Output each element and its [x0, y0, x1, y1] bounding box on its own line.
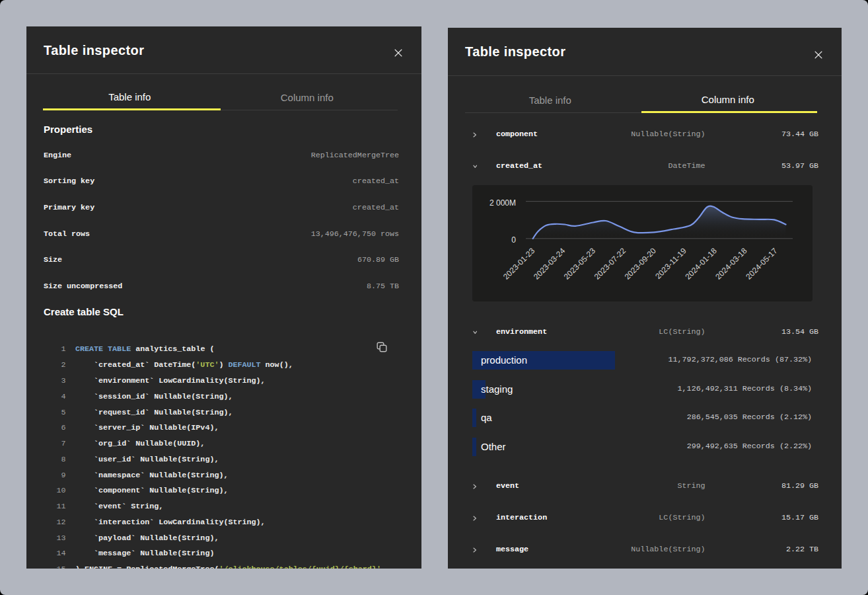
svg-text:2023-03-24: 2023-03-24 [532, 246, 567, 282]
svg-text:2023-01-23: 2023-01-23 [501, 246, 537, 282]
svg-text:2024-03-18: 2024-03-18 [713, 246, 749, 282]
svg-text:2024-01-18: 2024-01-18 [683, 246, 719, 282]
svg-text:2023-11-19: 2023-11-19 [653, 246, 688, 281]
svg-text:2024-05-17: 2024-05-17 [744, 246, 779, 282]
svg-text:0: 0 [511, 235, 516, 245]
svg-text:2 000M: 2 000M [489, 198, 516, 208]
svg-text:2023-07-22: 2023-07-22 [593, 246, 628, 282]
svg-text:2023-05-23: 2023-05-23 [562, 246, 598, 282]
svg-text:2023-09-20: 2023-09-20 [623, 246, 659, 282]
